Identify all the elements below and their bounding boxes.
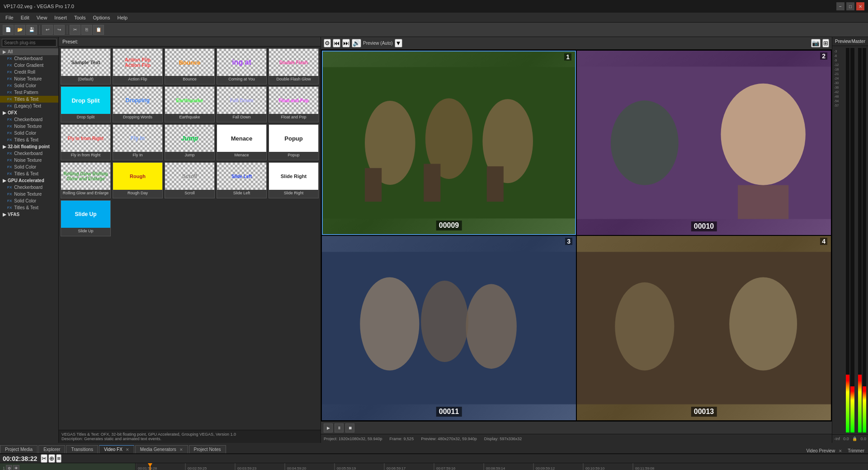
preview-skip-back-button[interactable]: ⏮ (333, 39, 340, 47)
preview-snap-button[interactable]: 📷 (811, 39, 821, 47)
tab-transitions[interactable]: Transitions (66, 445, 98, 453)
menu-tools[interactable]: Tools (71, 13, 90, 23)
preset-panel: Preset: Sample Text (Default) Action Fli… (59, 37, 321, 443)
preview-skip-fwd-button[interactable]: ⏭ (342, 39, 350, 47)
tree-item-noise-texture3[interactable]: FX Noise Texture (0, 157, 58, 164)
tree-item-titles-text1[interactable]: FX Titles & Text (0, 96, 58, 103)
minimize-button[interactable]: − (836, 2, 844, 10)
tree-item-titles-text3[interactable]: FX Titles & Text (0, 170, 58, 177)
menu-help[interactable]: Help (113, 13, 131, 23)
preset-bounce[interactable]: Bounce Bounce (165, 48, 215, 85)
preview-vol-button[interactable]: 🔊 (352, 39, 361, 47)
preset-double-flash[interactable]: Double Flash Double Flash Glow (269, 48, 319, 85)
menu-edit[interactable]: Edit (17, 13, 33, 23)
maximize-button[interactable]: □ (846, 2, 854, 10)
play-button[interactable]: ▶ (324, 423, 333, 432)
preset-popup[interactable]: Popup Popup (269, 124, 319, 160)
preset-coming-at-you[interactable]: ing at Coming at You (217, 48, 267, 85)
menu-options[interactable]: Options (90, 13, 114, 23)
tree-item-noise-texture1[interactable]: FX Noise Texture (0, 75, 58, 82)
pause-button[interactable]: ⏸ (335, 423, 344, 432)
tree-item-titles-text4[interactable]: FX Titles & Text (0, 204, 58, 211)
vu-label-12: -12 (834, 63, 845, 66)
tree-item-credit-roll[interactable]: FX Credit Roll (0, 69, 58, 75)
preset-dropping-words[interactable]: Dropping Dropping Words (113, 86, 163, 122)
tab-project-media[interactable]: Project Media (0, 445, 38, 453)
paste-button[interactable]: 📋 (93, 25, 104, 35)
cut-button[interactable]: ✂ (70, 25, 80, 35)
preset-info-line1: VEGAS Titles & Text: OFX, 32-bit floatin… (61, 432, 318, 437)
tree-group-ofx[interactable]: ▶ OFX (0, 109, 58, 116)
tab-video-fx[interactable]: Video FX ✕ (99, 445, 134, 453)
tree-item-titles-text2[interactable]: FX Titles & Text (0, 136, 58, 143)
tree-group-32bit[interactable]: ▶ 32-bit floating point (0, 143, 58, 150)
search-input[interactable] (2, 39, 57, 47)
close-button[interactable]: ✕ (856, 2, 864, 10)
tree-item-checkerboard3[interactable]: FX Checkerboard (0, 150, 58, 157)
tab-project-notes[interactable]: Project Notes (189, 445, 226, 453)
preset-grid-container[interactable]: Sample Text (Default) Action FlipAction … (59, 47, 321, 430)
tree-item-checkerboard4[interactable]: FX Checkerboard (0, 184, 58, 191)
video-track-btn-2[interactable]: 👁 (13, 465, 19, 470)
preset-drop-split[interactable]: Drop Split Drop Split (61, 86, 111, 122)
preset-fly-in[interactable]: Fly In Fly In (113, 124, 163, 160)
timeline-tool-2[interactable]: ⊕ (48, 454, 55, 463)
tree-item-test-pattern[interactable]: FX Test Pattern (0, 89, 58, 96)
preview-ext-button[interactable]: ⊞ (822, 39, 829, 47)
tab-video-fx-close[interactable]: ✕ (126, 447, 129, 452)
tree-item-solid-color4[interactable]: FX Solid Color (0, 197, 58, 204)
tab-explorer[interactable]: Explorer (38, 445, 65, 453)
preview-dropdown-button[interactable]: ▼ (395, 39, 402, 47)
save-button[interactable]: 💾 (26, 25, 37, 35)
preview-cell-2[interactable]: 00010 2 (577, 51, 831, 235)
preset-fly-from-right[interactable]: Fly in from Right Fly in from Right (61, 124, 111, 160)
tree-item-all[interactable]: ▶ All (0, 48, 58, 55)
preset-float-pop[interactable]: Float and Pop Float and Pop (269, 86, 319, 122)
tree-item-noise-texture4[interactable]: FX Noise Texture (0, 191, 58, 197)
tab-media-generators-close[interactable]: ✕ (179, 447, 183, 452)
preset-rolling-glow[interactable]: Rolling Glow Rolling Glow and Enlarge Ro… (61, 162, 111, 198)
preset-rough-day[interactable]: Rough Rough Day (113, 162, 163, 198)
preset-slide-up[interactable]: Slide Up Slide Up (61, 200, 111, 236)
tree-item-solid-color3[interactable]: FX Solid Color (0, 164, 58, 170)
preset-earthquake[interactable]: Earthquake Earthquake (165, 86, 215, 122)
preview-timecode-3: 00011 (436, 407, 462, 417)
tree-item-color-gradient[interactable]: FX Color Gradient (0, 62, 58, 69)
tree-item-noise-texture2[interactable]: FX Noise Texture (0, 123, 58, 130)
preview-settings-button[interactable]: ⚙ (324, 39, 331, 47)
tree-item-solid-color1[interactable]: FX Solid Color (0, 82, 58, 89)
tab-media-generators[interactable]: Media Generators ✕ (135, 445, 188, 453)
menu-file[interactable]: File (2, 13, 17, 23)
open-button[interactable]: 📂 (14, 25, 25, 35)
preview-cell-3[interactable]: 00011 3 (322, 236, 576, 420)
tree-label: GPU Accelerated (8, 178, 44, 183)
preset-slide-right[interactable]: Slide Right Slide Right (269, 162, 319, 198)
menu-view[interactable]: View (33, 13, 51, 23)
tree-group-gpu[interactable]: ▶ GPU Accelerated (0, 177, 58, 184)
menu-insert[interactable]: Insert (51, 13, 71, 23)
copy-button[interactable]: ⎘ (81, 25, 92, 35)
undo-button[interactable]: ↩ (42, 25, 53, 35)
redo-button[interactable]: ↪ (54, 25, 65, 35)
preset-default[interactable]: Sample Text (Default) (61, 48, 111, 85)
preset-fall-down[interactable]: Fall Down Fall Down (217, 86, 267, 122)
preset-jump[interactable]: Jump Jump (165, 124, 215, 160)
tree-item-checkerboard1[interactable]: FX Checkerboard (0, 55, 58, 62)
tree-item-solid-color2[interactable]: FX Solid Color (0, 130, 58, 136)
preset-scroll[interactable]: Scroll Scroll (165, 162, 215, 198)
preset-menace[interactable]: Menace Menace (217, 124, 267, 160)
new-button[interactable]: 📄 (3, 25, 14, 35)
stop-button[interactable]: ⏹ (345, 423, 354, 432)
timeline-tracks-area[interactable]: 00:01:59:28 00:02:59:25 00:03:59:23 00:0… (136, 463, 868, 470)
timeline-tool-1[interactable]: ✂ (41, 454, 47, 463)
preset-slide-left[interactable]: Slide Left Slide Left (217, 162, 267, 198)
tree-item-legacy-text[interactable]: FX (Legacy) Text (0, 103, 58, 109)
tree-item-checkerboard2[interactable]: FX Checkerboard (0, 116, 58, 123)
video-preview-close[interactable]: ✕ (839, 449, 842, 453)
preset-action-flip[interactable]: Action FlipAction Flip Action Flip (113, 48, 163, 85)
tree-group-vfas[interactable]: ▶ VFAS (0, 211, 58, 218)
video-track-btn-1[interactable]: ⚙ (6, 465, 12, 470)
preview-cell-4[interactable]: 00013 4 (577, 236, 831, 420)
preview-cell-1[interactable]: 00009 1 (322, 51, 576, 235)
timeline-tool-3[interactable]: ≡ (56, 454, 61, 463)
